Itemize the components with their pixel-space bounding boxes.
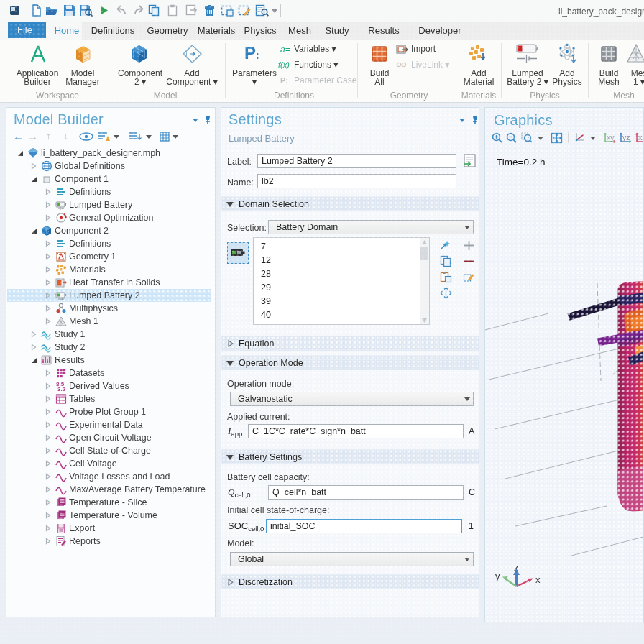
svg-text:y: y <box>495 571 500 581</box>
svg-text:x: x <box>535 574 540 585</box>
svg-text:3.2: 3.2 <box>58 386 66 392</box>
